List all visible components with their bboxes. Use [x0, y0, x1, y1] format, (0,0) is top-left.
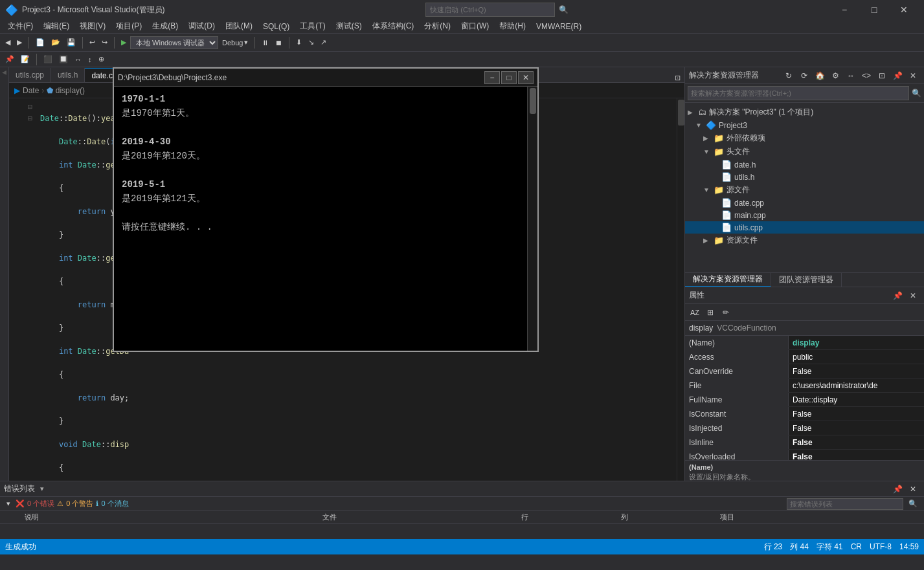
pause-button[interactable]: ⏸	[259, 38, 271, 48]
team-explorer-tab[interactable]: 团队资源管理器	[771, 273, 842, 287]
menu-build[interactable]: 生成(B)	[147, 19, 183, 33]
search-solution-input[interactable]	[688, 86, 909, 100]
menu-team[interactable]: 团队(M)	[220, 19, 258, 33]
step-over-button[interactable]: ⬇	[293, 37, 304, 48]
error-count-badge[interactable]: ❌ 0 个错误	[16, 499, 54, 509]
menu-analyze[interactable]: 分析(N)	[419, 19, 456, 33]
toolbar2-btn4[interactable]: ↕	[85, 54, 95, 65]
toolbar2-btn5[interactable]: ⊕	[96, 54, 107, 65]
doc-button[interactable]: 📝	[18, 54, 32, 65]
utils-cpp-node[interactable]: 📄 utils.cpp	[685, 221, 924, 234]
start-debug-button[interactable]: ▶	[118, 37, 129, 48]
error-col-desc[interactable]: 说明	[25, 512, 322, 522]
sources-folder-node[interactable]: ▼ 📁 源文件	[685, 183, 924, 197]
menu-debug[interactable]: 调试(D)	[183, 19, 220, 33]
resources-folder-node[interactable]: ▶ 📁 资源文件	[685, 234, 924, 247]
solution-node[interactable]: ▶ 🗂 解决方案 "Project3" (1 个项目)	[685, 105, 924, 119]
pinned-button[interactable]: 📌	[3, 54, 17, 65]
debug-mode-dropdown[interactable]: Debug ▾	[220, 37, 251, 48]
menu-window[interactable]: 窗口(W)	[456, 19, 494, 33]
split-editor-button[interactable]: ⊡	[671, 74, 684, 82]
save-all-button[interactable]: 💾	[64, 37, 78, 48]
menu-edit[interactable]: 编辑(E)	[38, 19, 74, 33]
forward-button[interactable]: ▶	[14, 37, 25, 48]
encoding[interactable]: UTF-8	[870, 542, 892, 551]
console-minimize-button[interactable]: −	[484, 71, 500, 84]
se-code-button[interactable]: <>	[859, 69, 873, 82]
warning-count-badge[interactable]: ⚠ 0 个警告	[57, 499, 93, 509]
prop-pin-button[interactable]: 📌	[890, 289, 905, 302]
utils-h-node[interactable]: 📄 utils.h	[685, 171, 924, 183]
step-out-button[interactable]: ↗	[318, 37, 329, 48]
back-button[interactable]: ◀	[3, 37, 13, 48]
se-sync-button[interactable]: ↻	[782, 69, 796, 82]
menu-help[interactable]: 帮助(H)	[494, 19, 531, 33]
error-col-project[interactable]: 项目	[720, 512, 919, 522]
console-line-4: 2019-4-30	[122, 135, 519, 149]
error-filter-button[interactable]: ▾	[4, 498, 13, 509]
project-node[interactable]: ▼ 🔷 Project3	[685, 119, 924, 131]
se-close-button[interactable]: ✕	[906, 69, 920, 82]
solution-explorer-tab[interactable]: 解决方案资源管理器	[685, 272, 771, 287]
maximize-button[interactable]: □	[859, 0, 889, 19]
line-numbers: ⊟ ⊟	[9, 98, 35, 481]
prop-close-button[interactable]: ✕	[906, 289, 920, 302]
error-col-line[interactable]: 行	[521, 512, 620, 522]
error-col-file[interactable]: 文件	[322, 512, 521, 522]
error-search-icon[interactable]: 🔍	[906, 498, 920, 509]
date-h-node[interactable]: 📄 date.h	[685, 159, 924, 171]
error-col-col[interactable]: 列	[621, 512, 720, 522]
toolbar2-btn1[interactable]: ⬛	[41, 54, 55, 65]
menu-sql[interactable]: SQL(Q)	[258, 21, 295, 32]
tab-utils-cpp[interactable]: utils.cpp	[9, 68, 51, 82]
toolbar2-btn2[interactable]: 🔲	[56, 54, 71, 65]
main-cpp-node[interactable]: 📄 main.cpp	[685, 209, 924, 221]
menu-project[interactable]: 项目(P)	[111, 19, 147, 33]
step-into-button[interactable]: ↘	[306, 37, 317, 48]
prop-category-button[interactable]: ⊞	[703, 306, 717, 319]
secondary-toolbar: 📌 📝 ⬛ 🔲 ↔ ↕ ⊕	[0, 52, 924, 67]
redo-button[interactable]: ↪	[99, 37, 110, 48]
menu-arch[interactable]: 体系结构(C)	[367, 19, 420, 33]
cursor-line[interactable]: 行 23	[764, 542, 783, 553]
debug-target-dropdown[interactable]: 本地 Windows 调试器	[130, 36, 218, 49]
editor-minimap-scrollbar[interactable]	[677, 98, 684, 481]
se-refresh-button[interactable]: ⟳	[797, 69, 811, 82]
menu-file[interactable]: 文件(F)	[3, 19, 38, 33]
error-list-close-button[interactable]: ✕	[906, 483, 920, 496]
se-settings-button[interactable]: ⚙	[828, 69, 842, 82]
toolbar2-btn3[interactable]: ↔	[72, 54, 84, 65]
date-cpp-node[interactable]: 📄 date.cpp	[685, 197, 924, 209]
external-deps-node[interactable]: ▶ 📁 外部依赖项	[685, 131, 924, 145]
error-list-pin-button[interactable]: 📌	[890, 483, 905, 496]
menu-tools[interactable]: 工具(T)	[295, 19, 330, 33]
console-close-button[interactable]: ✕	[518, 71, 534, 84]
prop-row-isinjected: IsInjected False	[685, 421, 924, 435]
tab-utils-h[interactable]: utils.h	[51, 68, 85, 82]
se-home-button[interactable]: 🏠	[813, 69, 827, 82]
breadcrumb-class[interactable]: Date	[23, 86, 39, 95]
se-filter-button[interactable]: ⊡	[875, 69, 889, 82]
error-search-input[interactable]	[787, 498, 903, 510]
console-scrollbar[interactable]	[527, 87, 537, 351]
new-project-button[interactable]: 📄	[33, 37, 47, 48]
stop-button[interactable]: ⏹	[273, 38, 285, 48]
line-ending[interactable]: CR	[851, 542, 862, 551]
open-button[interactable]: 📂	[49, 37, 63, 48]
menu-view[interactable]: 视图(V)	[74, 19, 111, 33]
console-restore-button[interactable]: □	[501, 71, 517, 84]
prop-az-button[interactable]: AZ	[688, 306, 702, 319]
quick-search-input[interactable]	[425, 3, 555, 17]
cursor-col[interactable]: 列 44	[790, 542, 809, 553]
minimize-button[interactable]: −	[829, 0, 859, 19]
prop-pencil-button[interactable]: ✏	[719, 306, 733, 319]
se-expand-button[interactable]: ↔	[844, 69, 858, 82]
close-button[interactable]: ✕	[889, 0, 919, 19]
undo-button[interactable]: ↩	[87, 37, 98, 48]
menu-test[interactable]: 测试(S)	[331, 19, 367, 33]
filter-icon[interactable]: ▾	[40, 485, 44, 493]
menu-vmware[interactable]: VMWARE(R)	[531, 21, 587, 32]
message-count-badge[interactable]: ℹ 0 个消息	[96, 499, 128, 509]
headers-folder-node[interactable]: ▼ 📁 头文件	[685, 145, 924, 159]
se-pin-button[interactable]: 📌	[890, 69, 905, 82]
